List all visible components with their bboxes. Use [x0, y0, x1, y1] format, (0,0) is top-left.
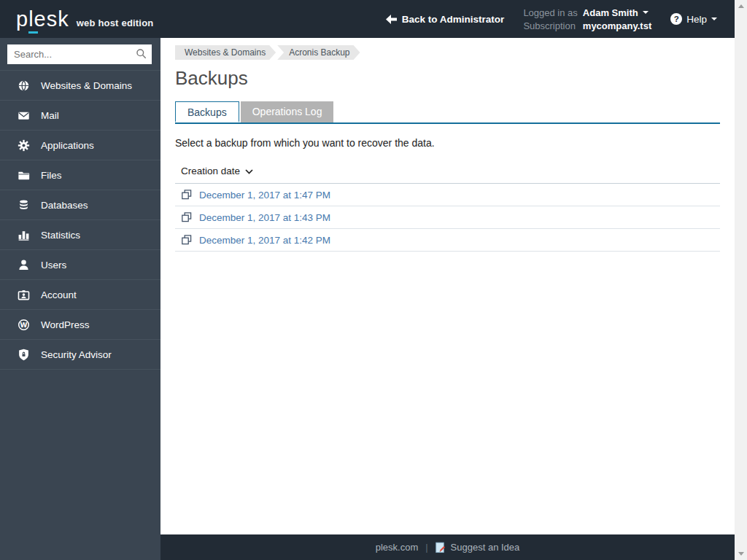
user-menu[interactable]: Adam Smith [583, 7, 651, 18]
sidebar-item-label: Mail [41, 110, 59, 121]
suggest-an-idea-link[interactable]: Suggest an Idea [451, 542, 520, 553]
vertical-scrollbar[interactable] [735, 0, 747, 560]
bar-chart-icon [18, 229, 30, 241]
logged-in-as-label: Logged in as [523, 7, 577, 18]
backup-copy-icon [181, 189, 193, 201]
database-icon [18, 199, 30, 211]
tab-operations-log[interactable]: Operations Log [241, 101, 334, 122]
globe-icon [18, 79, 30, 92]
backup-date-link[interactable]: December 1, 2017 at 1:47 PM [199, 190, 330, 201]
backup-date-link[interactable]: December 1, 2017 at 1:42 PM [199, 235, 330, 246]
search-input[interactable] [7, 44, 152, 64]
main-content: Websites & Domains Acronis Backup Backup… [160, 38, 735, 534]
breadcrumb: Websites & Domains Acronis Backup [175, 45, 720, 60]
sidebar-item-account[interactable]: Account [0, 280, 160, 310]
sidebar-item-users[interactable]: Users [0, 250, 160, 280]
mail-icon [18, 109, 30, 122]
help-menu[interactable]: ? Help [670, 13, 717, 25]
sidebar-item-label: Databases [41, 200, 88, 211]
sidebar-item-label: Statistics [41, 230, 80, 241]
folder-icon [18, 169, 30, 182]
sidebar-item-label: WordPress [41, 319, 90, 330]
tab-backups[interactable]: Backups [175, 101, 239, 122]
scroll-down-button[interactable] [735, 548, 747, 560]
scroll-up-icon [738, 4, 744, 8]
subscription-label: Subscription [523, 20, 577, 31]
back-arrow-icon [386, 15, 397, 24]
sidebar-item-label: Security Advisor [41, 349, 112, 360]
help-label: Help [686, 14, 707, 25]
backup-date-link[interactable]: December 1, 2017 at 1:43 PM [199, 212, 330, 223]
suggest-idea-icon [436, 542, 446, 553]
breadcrumb-acronis-backup: Acronis Backup [277, 45, 360, 60]
sidebar-item-mail[interactable]: Mail [0, 101, 160, 131]
top-header-bar: plesk web host edition Back to Administr… [0, 0, 735, 38]
plesk-logo[interactable]: plesk web host edition [0, 9, 160, 30]
back-to-administrator-label: Back to Administrator [402, 14, 505, 25]
caret-down-icon [711, 18, 717, 20]
page-description: Select a backup from which you want to r… [175, 137, 720, 149]
sidebar-item-statistics[interactable]: Statistics [0, 220, 160, 250]
gear-icon [18, 139, 30, 152]
sidebar-item-label: Websites & Domains [41, 80, 132, 91]
svg-text:W: W [20, 321, 28, 328]
sidebar-item-label: Account [41, 289, 77, 300]
sidebar-item-wordpress[interactable]: W WordPress [0, 310, 160, 340]
table-row: December 1, 2017 at 1:43 PM [175, 206, 720, 229]
sidebar-item-label: Files [41, 170, 62, 181]
plesk-com-link[interactable]: plesk.com [376, 542, 419, 553]
creation-date-label: Creation date [181, 166, 240, 176]
shield-lock-icon [18, 349, 30, 361]
sidebar-item-label: Applications [41, 140, 94, 151]
wordpress-icon: W [18, 319, 30, 331]
plesk-logo-text: plesk [16, 9, 69, 30]
subscription-value: mycompany.tst [583, 20, 651, 31]
page-title: Backups [175, 67, 720, 90]
sidebar-item-websites-domains[interactable]: Websites & Domains [0, 71, 160, 101]
sidebar-item-files[interactable]: Files [0, 160, 160, 190]
account-info-block: Logged in as Adam Smith Subscription myc… [523, 7, 651, 31]
sort-chevron-icon [245, 169, 253, 174]
sidebar-item-databases[interactable]: Databases [0, 190, 160, 220]
sidebar-item-label: Users [41, 260, 66, 271]
sidebar: Websites & Domains Mail Applications Fil… [0, 38, 160, 560]
table-row: December 1, 2017 at 1:42 PM [175, 229, 720, 252]
scroll-down-icon [738, 552, 744, 556]
scroll-up-button[interactable] [735, 0, 747, 12]
user-icon [18, 259, 30, 271]
table-row: December 1, 2017 at 1:47 PM [175, 184, 720, 206]
back-to-administrator-link[interactable]: Back to Administrator [386, 14, 505, 25]
footer-separator: | [425, 542, 427, 553]
tab-bar: Backups Operations Log [175, 101, 720, 124]
sidebar-item-applications[interactable]: Applications [0, 131, 160, 160]
id-card-icon [18, 289, 30, 301]
backup-copy-icon [181, 211, 193, 223]
creation-date-sort-header[interactable]: Creation date [175, 160, 720, 184]
sidebar-item-security-advisor[interactable]: Security Advisor [0, 340, 160, 370]
backup-copy-icon [181, 234, 193, 246]
user-name: Adam Smith [583, 7, 638, 18]
footer-bar: plesk.com | Suggest an Idea [160, 534, 735, 560]
caret-down-icon [643, 11, 649, 14]
question-circle-icon: ? [670, 13, 682, 25]
breadcrumb-websites-domains[interactable]: Websites & Domains [175, 45, 276, 60]
search-icon [136, 48, 147, 62]
edition-label: web host edition [77, 18, 154, 28]
